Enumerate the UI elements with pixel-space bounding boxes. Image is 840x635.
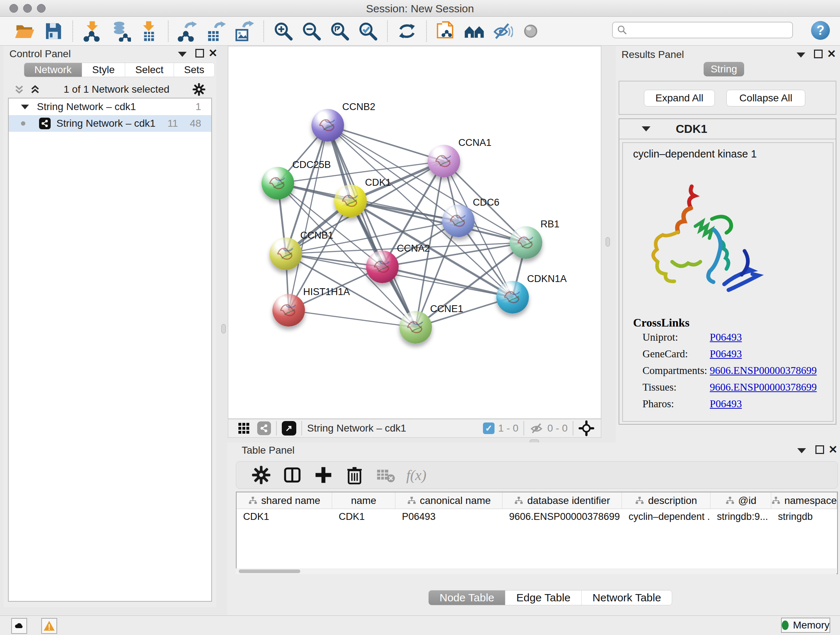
save-session-button[interactable] — [41, 19, 65, 43]
node-CDKN1A[interactable] — [496, 281, 529, 314]
share-document-button[interactable] — [434, 19, 458, 43]
selected-checkbox-icon[interactable]: ✓ — [483, 423, 494, 434]
zoom-selected-button[interactable] — [356, 19, 380, 43]
search-icon — [617, 25, 627, 35]
results-button-card: Expand All Collapse All — [619, 81, 836, 115]
crosslink-link[interactable]: 9606.ENSP00000378699 — [710, 381, 817, 398]
add-column-button[interactable] — [311, 463, 335, 487]
zoom-fit-button[interactable] — [328, 19, 352, 43]
hide-labels-button[interactable] — [491, 19, 515, 43]
float-panel-icon[interactable] — [815, 445, 824, 454]
search-input[interactable] — [627, 25, 783, 36]
node-HIST1H1A[interactable] — [272, 294, 305, 326]
network-selection-status: 1 of 1 Network selected — [41, 84, 192, 95]
network-view-share-icon[interactable] — [257, 421, 271, 435]
scrollbar-thumb[interactable] — [239, 570, 300, 573]
close-panel-icon[interactable]: ✕ — [827, 48, 836, 60]
import-table-button[interactable] — [137, 19, 161, 43]
collapse-panel-icon[interactable] — [797, 52, 805, 57]
tree-expand-icon[interactable] — [21, 105, 29, 109]
expand-all-icon[interactable] — [29, 83, 41, 96]
expand-all-button[interactable]: Expand All — [644, 90, 715, 106]
export-network-button[interactable] — [176, 19, 200, 43]
string-home-button[interactable] — [462, 19, 486, 43]
cloud-status-button[interactable] — [11, 618, 27, 634]
column-header--id[interactable]: @id — [711, 492, 772, 509]
table-row[interactable]: CDK1CDK1P064939606.ENSP00000378699cyclin… — [237, 509, 837, 526]
export-table-button[interactable] — [204, 19, 228, 43]
section-expand-icon[interactable] — [642, 126, 651, 131]
memory-button[interactable]: Memory — [781, 618, 830, 633]
show-view-button[interactable] — [519, 19, 543, 43]
columns-icon — [282, 464, 303, 486]
node-CCNE1[interactable] — [399, 311, 432, 344]
open-session-button[interactable] — [13, 19, 37, 43]
crosslink-link[interactable]: P06493 — [710, 398, 742, 415]
column-header-canonical-name[interactable]: canonical name — [395, 492, 502, 509]
gear-icon[interactable] — [192, 82, 206, 97]
right-splitter-handle[interactable] — [606, 237, 610, 247]
table-cell: P06493 — [395, 509, 502, 526]
table-h-scrollbar[interactable] — [236, 568, 836, 574]
grid-view-icon[interactable] — [237, 421, 251, 435]
network-canvas[interactable]: CCNB2CCNA1CDC25BCDK1CDC6RB1CCNB1CCNA2CDK… — [228, 46, 601, 419]
delete-table-button[interactable] — [374, 463, 398, 487]
gene-section-header[interactable]: CDK1 — [619, 119, 836, 139]
hide-glasses-icon — [492, 21, 513, 42]
node-CDC6[interactable] — [442, 204, 475, 237]
tab-network[interactable]: Network — [24, 63, 82, 77]
node-CDC25B[interactable] — [262, 167, 294, 200]
show-columns-button[interactable] — [280, 463, 304, 487]
column-header-namespace[interactable]: namespace — [771, 492, 837, 509]
node-CCNB1[interactable] — [270, 238, 302, 270]
float-panel-icon[interactable] — [195, 49, 204, 57]
node-label-CCNB2: CCNB2 — [342, 101, 376, 112]
import-network-database-button[interactable] — [109, 19, 133, 43]
crosslink-link[interactable]: P06493 — [710, 348, 742, 364]
crosslink-link[interactable]: 9606.ENSP00000378699 — [710, 364, 817, 381]
network-collection-row[interactable]: String Network – cdk1 1 — [9, 98, 211, 115]
function-builder-button[interactable]: f(x) — [406, 467, 426, 484]
warning-status-button[interactable] — [41, 618, 57, 634]
table-cell: stringdb — [771, 509, 837, 526]
network-row[interactable]: String Network – cdk1 11 48 — [9, 115, 211, 132]
open-in-new-window-icon[interactable] — [282, 421, 296, 435]
refresh-button[interactable] — [395, 19, 419, 43]
tab-select[interactable]: Select — [125, 63, 174, 77]
export-image-button[interactable] — [232, 19, 256, 43]
close-panel-icon[interactable]: ✕ — [829, 443, 837, 456]
float-panel-icon[interactable] — [814, 50, 823, 58]
tab-style[interactable]: Style — [82, 63, 125, 77]
crosslink-link[interactable]: P06493 — [710, 331, 742, 348]
node-table[interactable]: shared namenamecanonical namedatabase id… — [236, 492, 838, 574]
zoom-in-button[interactable] — [271, 19, 295, 43]
zoom-out-button[interactable] — [300, 19, 324, 43]
gear-icon — [251, 464, 272, 486]
collapse-all-icon[interactable] — [13, 83, 25, 96]
tab-node-table[interactable]: Node Table — [429, 591, 505, 605]
column-header-description[interactable]: description — [622, 492, 710, 509]
tab-network-table[interactable]: Network Table — [582, 591, 672, 605]
tab-string[interactable]: String — [704, 62, 744, 76]
search-field[interactable] — [612, 22, 793, 38]
help-button[interactable]: ? — [811, 21, 830, 40]
collapse-all-button[interactable]: Collapse All — [726, 90, 805, 106]
column-header-shared-name[interactable]: shared name — [237, 492, 332, 509]
node-CDK1[interactable] — [334, 185, 367, 217]
table-settings-button[interactable] — [249, 463, 273, 487]
collapse-panel-icon[interactable] — [178, 52, 187, 57]
left-splitter-handle[interactable] — [221, 324, 226, 333]
close-panel-icon[interactable]: ✕ — [208, 47, 218, 59]
column-header-database-identifier[interactable]: database identifier — [502, 492, 622, 509]
node-CCNB2[interactable] — [311, 109, 344, 141]
node-CCNA2[interactable] — [366, 250, 399, 283]
tab-edge-table[interactable]: Edge Table — [505, 591, 582, 605]
delete-column-button[interactable] — [343, 463, 366, 487]
tab-sets[interactable]: Sets — [174, 63, 215, 77]
import-network-button[interactable] — [80, 19, 104, 43]
collapse-panel-icon[interactable] — [797, 448, 806, 453]
column-header-name[interactable]: name — [332, 492, 395, 509]
node-CCNA1[interactable] — [428, 145, 460, 177]
node-RB1[interactable] — [510, 226, 542, 259]
birdseye-icon[interactable] — [578, 420, 594, 436]
